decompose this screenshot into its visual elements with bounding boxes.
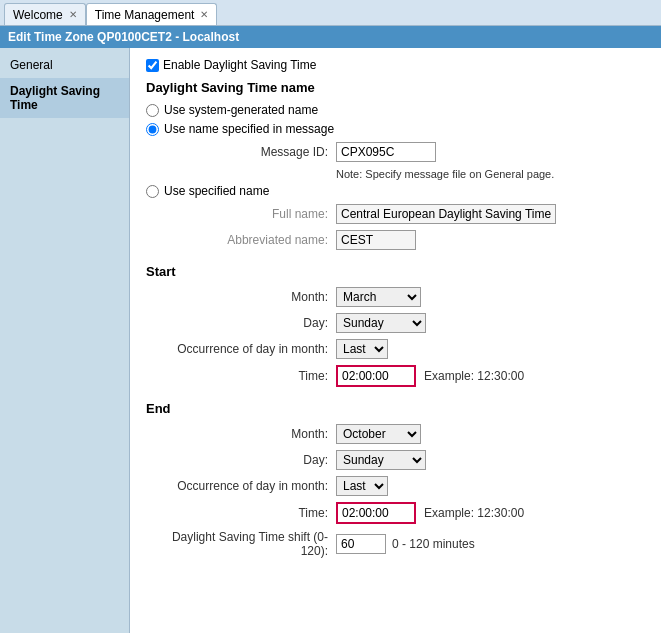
- dst-name-title: Daylight Saving Time name: [146, 80, 645, 95]
- radio-system: Use system-generated name: [146, 103, 645, 117]
- end-time-input[interactable]: [336, 502, 416, 524]
- radio-specified-input[interactable]: [146, 185, 159, 198]
- start-time-row: Time: Example: 12:30:00: [146, 365, 645, 387]
- abbreviated-input[interactable]: [336, 230, 416, 250]
- start-occurrence-label: Occurrence of day in month:: [146, 342, 336, 356]
- content-area: Enable Daylight Saving Time Daylight Sav…: [130, 48, 661, 633]
- enable-dst-row: Enable Daylight Saving Time: [146, 58, 645, 72]
- message-id-input[interactable]: [336, 142, 436, 162]
- radio-message-label[interactable]: Use name specified in message: [164, 122, 334, 136]
- dst-shift-row: Daylight Saving Time shift (0-120): 0 - …: [146, 530, 645, 558]
- sidebar-item-general[interactable]: General: [0, 52, 129, 78]
- full-name-label: Full name:: [146, 207, 336, 221]
- radio-system-input[interactable]: [146, 104, 159, 117]
- end-month-select[interactable]: JanuaryFebruaryMarchApril MayJuneJulyAug…: [336, 424, 421, 444]
- enable-dst-label[interactable]: Enable Daylight Saving Time: [163, 58, 316, 72]
- message-id-row: Message ID:: [146, 142, 645, 162]
- full-name-input[interactable]: [336, 204, 556, 224]
- tab-time-management[interactable]: Time Management ✕: [86, 3, 218, 25]
- radio-specified: Use specified name: [146, 184, 645, 198]
- end-day-select[interactable]: SundayMondayTuesdayWednesday ThursdayFri…: [336, 450, 426, 470]
- start-occurrence-select[interactable]: 1234Last: [336, 339, 388, 359]
- sidebar-item-daylight-saving[interactable]: Daylight Saving Time: [0, 78, 129, 118]
- end-month-label: Month:: [146, 427, 336, 441]
- start-month-label: Month:: [146, 290, 336, 304]
- start-day-label: Day:: [146, 316, 336, 330]
- enable-dst-checkbox[interactable]: [146, 59, 159, 72]
- end-time-row: Time: Example: 12:30:00: [146, 502, 645, 524]
- end-occurrence-select[interactable]: 1234Last: [336, 476, 388, 496]
- sidebar: General Daylight Saving Time: [0, 48, 130, 633]
- end-time-example: Example: 12:30:00: [424, 506, 524, 520]
- abbreviated-label: Abbreviated name:: [146, 233, 336, 247]
- full-name-row: Full name:: [146, 204, 645, 224]
- message-id-label: Message ID:: [146, 145, 336, 159]
- tabs-bar: Welcome ✕ Time Management ✕: [0, 0, 661, 26]
- end-time-label: Time:: [146, 506, 336, 520]
- start-day-row: Day: SundayMondayTuesdayWednesday Thursd…: [146, 313, 645, 333]
- end-header: End: [146, 401, 645, 416]
- dst-shift-input[interactable]: [336, 534, 386, 554]
- abbreviated-name-row: Abbreviated name:: [146, 230, 645, 250]
- tab-time-management-label: Time Management: [95, 8, 195, 22]
- radio-group-name: Use system-generated name Use name speci…: [146, 103, 645, 136]
- title-bar: Edit Time Zone QP0100CET2 - Localhost: [0, 26, 661, 48]
- note-text: Note: Specify message file on General pa…: [336, 168, 645, 180]
- start-time-label: Time:: [146, 369, 336, 383]
- start-month-row: Month: JanuaryFebruaryMarchApril MayJune…: [146, 287, 645, 307]
- tab-time-management-close[interactable]: ✕: [200, 9, 208, 20]
- minutes-text: 0 - 120 minutes: [392, 537, 475, 551]
- radio-specified-label[interactable]: Use specified name: [164, 184, 269, 198]
- radio-system-label[interactable]: Use system-generated name: [164, 103, 318, 117]
- tab-welcome-close[interactable]: ✕: [69, 9, 77, 20]
- start-month-select[interactable]: JanuaryFebruaryMarchApril MayJuneJulyAug…: [336, 287, 421, 307]
- tab-welcome[interactable]: Welcome ✕: [4, 3, 86, 25]
- end-month-row: Month: JanuaryFebruaryMarchApril MayJune…: [146, 424, 645, 444]
- main-layout: General Daylight Saving Time Enable Dayl…: [0, 48, 661, 633]
- title-bar-text: Edit Time Zone QP0100CET2 - Localhost: [8, 30, 239, 44]
- radio-message-input[interactable]: [146, 123, 159, 136]
- radio-message: Use name specified in message: [146, 122, 645, 136]
- start-header: Start: [146, 264, 645, 279]
- start-day-select[interactable]: SundayMondayTuesdayWednesday ThursdayFri…: [336, 313, 426, 333]
- end-day-label: Day:: [146, 453, 336, 467]
- end-occurrence-label: Occurrence of day in month:: [146, 479, 336, 493]
- tab-welcome-label: Welcome: [13, 8, 63, 22]
- start-time-input[interactable]: [336, 365, 416, 387]
- start-occurrence-row: Occurrence of day in month: 1234Last: [146, 339, 645, 359]
- end-day-row: Day: SundayMondayTuesdayWednesday Thursd…: [146, 450, 645, 470]
- dst-shift-label: Daylight Saving Time shift (0-120):: [146, 530, 336, 558]
- end-occurrence-row: Occurrence of day in month: 1234Last: [146, 476, 645, 496]
- start-time-example: Example: 12:30:00: [424, 369, 524, 383]
